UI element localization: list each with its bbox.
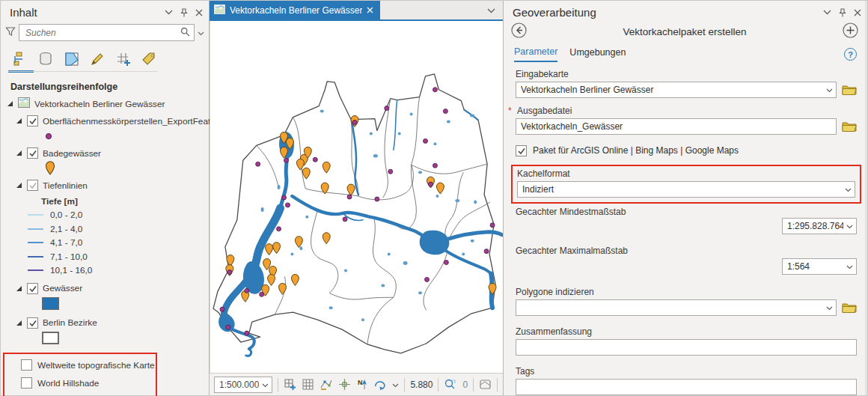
list-by-selection-icon[interactable]	[63, 50, 81, 68]
legend-item[interactable]: 4,1 - 7,0	[1, 236, 209, 250]
tree-item-layer[interactable]: Berlin Bezirke	[1, 314, 209, 332]
list-by-data-source-icon[interactable]	[37, 50, 55, 68]
measuring-point-marker[interactable]	[433, 163, 437, 168]
tree-item-layer[interactable]: Badegewässer	[1, 144, 209, 162]
map-scale-combo[interactable]: 1:500.000	[214, 377, 272, 393]
measuring-point-marker[interactable]	[245, 331, 249, 335]
list-by-drawing-order-icon[interactable]	[11, 50, 29, 68]
measuring-point-marker[interactable]	[256, 162, 260, 166]
search-icon[interactable]	[180, 27, 190, 39]
measuring-point-marker[interactable]	[433, 88, 437, 92]
berlin-map[interactable]	[210, 21, 503, 373]
snapping-icon[interactable]	[338, 377, 351, 392]
measuring-point-marker[interactable]	[385, 106, 389, 111]
tags-input[interactable]	[516, 379, 857, 395]
grid-plus-icon[interactable]	[284, 377, 296, 392]
measuring-point-marker[interactable]	[313, 157, 317, 162]
list-by-labeling-icon[interactable]	[141, 50, 159, 68]
measuring-point-marker[interactable]	[282, 195, 287, 200]
browse-folder-icon[interactable]	[842, 302, 857, 314]
tree-item-layer[interactable]: World Hillshade	[4, 374, 156, 392]
search-input[interactable]	[25, 28, 180, 38]
output-file-input[interactable]	[516, 118, 837, 135]
legend-item[interactable]: 0,0 - 2,0	[1, 208, 209, 222]
expand-icon[interactable]	[15, 319, 22, 326]
measuring-point-marker[interactable]	[388, 169, 393, 174]
tree-item-layer[interactable]: Oberflächenmesskörperstellen_ExportFeatu…	[1, 112, 209, 130]
measuring-point-marker[interactable]	[227, 270, 232, 275]
layer-visibility-checkbox[interactable]	[21, 377, 32, 389]
filter-icon[interactable]	[5, 26, 16, 39]
blue-fill-symbol[interactable]	[42, 297, 59, 312]
purple-dot-symbol[interactable]	[45, 132, 52, 142]
measuring-point-marker[interactable]	[484, 249, 489, 254]
input-map-combo[interactable]: Vektorkacheln Berliner Gewässer	[516, 82, 837, 98]
measuring-point-marker[interactable]	[490, 223, 495, 228]
list-by-snapping-icon[interactable]	[114, 50, 132, 68]
measuring-point-marker[interactable]	[429, 182, 433, 186]
view-list-chevron-icon[interactable]	[487, 5, 495, 16]
package-option-row[interactable]: Paket für ArcGIS Online | Bing Maps | Go…	[516, 144, 857, 157]
browse-folder-icon[interactable]	[842, 121, 857, 132]
summary-input[interactable]	[516, 339, 857, 356]
tree-item-layer[interactable]: Tiefenlinien	[1, 177, 209, 194]
edit-vertices-icon[interactable]	[320, 377, 333, 392]
help-icon[interactable]: ?	[844, 48, 857, 61]
pin-icon[interactable]	[180, 8, 188, 17]
expand-icon[interactable]	[6, 100, 13, 108]
extent-box-icon[interactable]	[479, 377, 492, 392]
rotate-options-chevron-icon[interactable]	[392, 380, 399, 390]
expand-icon[interactable]	[15, 182, 22, 189]
measuring-point-marker[interactable]	[277, 227, 281, 231]
measuring-point-marker[interactable]	[226, 325, 230, 329]
close-icon[interactable]	[854, 9, 861, 16]
max-scale-combo[interactable]: 1:564	[782, 258, 857, 275]
legend-item[interactable]: 10,1 - 16,0	[1, 264, 209, 278]
close-icon[interactable]	[195, 9, 203, 16]
panel-menu-chevron-icon[interactable]	[165, 10, 173, 15]
expand-icon[interactable]	[15, 284, 22, 292]
measuring-point-marker[interactable]	[443, 109, 447, 114]
min-scale-combo[interactable]: 1:295.828.764	[782, 218, 857, 234]
layer-visibility-checkbox[interactable]	[27, 180, 38, 191]
white-fill-symbol[interactable]	[42, 332, 59, 347]
grid-icon[interactable]	[302, 377, 314, 392]
expand-icon[interactable]	[15, 118, 22, 125]
measuring-point-marker[interactable]	[347, 195, 352, 199]
tab-umgebungen[interactable]: Umgebungen	[569, 47, 626, 61]
rotate-view-icon[interactable]	[373, 377, 387, 392]
legend-item[interactable]: 2,1 - 4,0	[1, 222, 209, 237]
tree-item-map[interactable]: Vektorkacheln Berliner Gewässer	[1, 95, 209, 112]
measuring-point-marker[interactable]	[245, 288, 249, 293]
map-view-tab[interactable]: Vektorkacheln Berliner Gewässer	[210, 1, 380, 19]
measuring-point-marker[interactable]	[375, 197, 379, 201]
panel-menu-chevron-icon[interactable]	[823, 10, 831, 15]
measuring-point-marker[interactable]	[285, 203, 290, 207]
package-option-checkbox[interactable]	[516, 145, 527, 156]
measuring-point-marker[interactable]	[260, 292, 264, 296]
measuring-point-marker[interactable]	[425, 277, 430, 281]
tab-close-icon[interactable]	[367, 5, 373, 16]
tree-item-layer[interactable]: Gewässer	[1, 280, 209, 297]
index-polygons-combo[interactable]	[516, 299, 837, 316]
orange-marker-symbol[interactable]	[45, 161, 55, 177]
pin-icon[interactable]	[839, 8, 846, 17]
list-by-editing-icon[interactable]	[89, 50, 107, 68]
layer-visibility-checkbox[interactable]	[27, 317, 38, 329]
search-options-chevron-icon[interactable]	[198, 28, 204, 38]
layer-visibility-checkbox[interactable]	[21, 359, 32, 371]
expand-icon[interactable]	[15, 150, 22, 157]
layer-visibility-checkbox[interactable]	[27, 115, 38, 127]
back-button[interactable]	[511, 22, 527, 40]
add-to-model-button[interactable]	[843, 22, 858, 40]
layer-visibility-checkbox[interactable]	[27, 283, 38, 294]
measuring-point-marker[interactable]	[424, 138, 428, 143]
measuring-point-marker[interactable]	[444, 261, 448, 265]
north-arrow-icon[interactable]: N	[356, 377, 368, 392]
measuring-point-marker[interactable]	[284, 158, 288, 162]
layer-visibility-checkbox[interactable]	[27, 147, 38, 159]
legend-item[interactable]: 7,1 - 10,0	[1, 250, 209, 264]
tab-parameter[interactable]: Parameter	[514, 46, 557, 62]
browse-folder-icon[interactable]	[842, 84, 857, 96]
zoom-to-selection-icon[interactable]	[444, 377, 457, 392]
